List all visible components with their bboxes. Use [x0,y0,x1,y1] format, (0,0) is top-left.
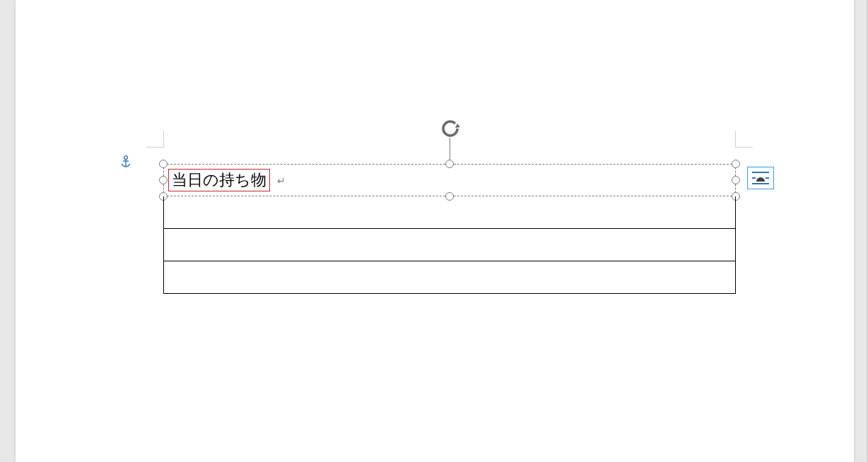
table-row[interactable] [163,229,736,261]
resize-handle-middle-right[interactable] [732,176,740,184]
rotation-stem [450,138,450,160]
resize-handle-middle-left[interactable] [159,176,168,184]
svg-point-0 [124,156,128,160]
table-row[interactable] [163,196,736,229]
resize-handle-top-center[interactable] [445,160,454,168]
margin-mark [146,147,164,148]
resize-handle-top-right[interactable] [732,160,740,168]
resize-handle-top-left[interactable] [159,160,168,168]
margin-mark [163,131,164,148]
paragraph-mark: ↵ [277,175,286,186]
layout-options-button[interactable] [747,167,774,189]
document-page[interactable]: 当日の持ち物 ↵ [16,0,854,462]
margin-mark [735,131,736,148]
layout-options-icon [751,170,770,186]
margin-mark [735,147,753,148]
text-box-content[interactable]: 当日の持ち物 [168,169,270,191]
rotation-handle-icon[interactable] [438,117,462,141]
table-row[interactable] [163,261,736,294]
anchor-icon [119,155,132,169]
